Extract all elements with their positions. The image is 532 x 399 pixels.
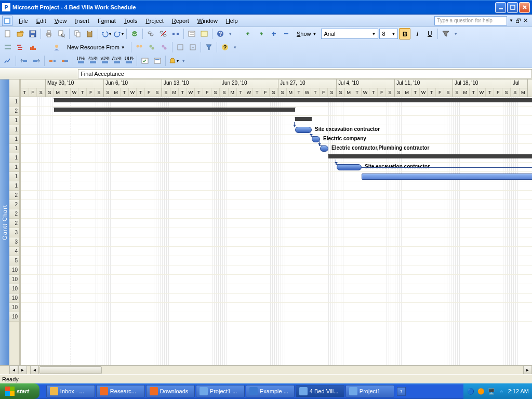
paste-button[interactable]	[84, 28, 96, 39]
gantt-row[interactable]	[21, 275, 532, 284]
scroll-left-button[interactable]: ◄	[30, 366, 39, 375]
scroll-left-button[interactable]: ◄	[9, 366, 18, 375]
show-dropdown[interactable]: Show▼	[293, 28, 320, 39]
reminder-button[interactable]: ▾	[168, 55, 179, 66]
outdent-button[interactable]	[243, 28, 255, 39]
copy-button[interactable]	[72, 28, 83, 39]
indent-button[interactable]	[256, 28, 267, 39]
undo-button[interactable]: ▾	[100, 28, 112, 39]
summary-bar[interactable]	[54, 98, 532, 102]
autofilter-button[interactable]	[203, 42, 215, 53]
row-header[interactable]: 1	[9, 135, 19, 144]
row-header[interactable]: 10	[9, 265, 19, 275]
row-header[interactable]: 10	[9, 312, 19, 322]
maximize-button[interactable]	[507, 2, 518, 13]
minimize-button[interactable]	[495, 2, 506, 13]
print-preview-button[interactable]	[56, 28, 67, 39]
resource-graph-button[interactable]	[27, 42, 38, 53]
font-selector[interactable]: Arial▼	[321, 29, 378, 39]
start-button[interactable]: start	[0, 383, 39, 399]
tracking-setup-button[interactable]	[2, 55, 14, 66]
menu-edit[interactable]: Edit	[32, 16, 50, 25]
view-bar[interactable]: Gantt Chart	[0, 79, 9, 365]
print-button[interactable]	[43, 28, 55, 39]
scrollbar-thumb[interactable]	[39, 366, 102, 374]
underline-button[interactable]: U	[424, 28, 435, 39]
gantt-row[interactable]	[21, 312, 532, 322]
menu-insert[interactable]: Insert	[71, 16, 94, 25]
gantt-row[interactable]	[21, 303, 532, 312]
row-header[interactable]: 1	[9, 125, 19, 135]
zoom-preset-button[interactable]: 25%	[87, 55, 99, 66]
gantt-row[interactable]	[21, 125, 532, 135]
gantt-row[interactable]	[21, 135, 532, 144]
collab-toolbar-button[interactable]	[152, 55, 163, 66]
gantt-row[interactable]	[21, 181, 532, 191]
row-header[interactable]: 2	[9, 200, 19, 209]
scrollbar-track[interactable]	[39, 366, 523, 374]
row-header[interactable]: 2	[9, 219, 19, 228]
gantt-view-button[interactable]	[15, 42, 26, 53]
add-progress-button[interactable]	[59, 55, 71, 66]
import-outlook-button[interactable]	[187, 42, 198, 53]
task-bar[interactable]	[362, 174, 532, 180]
task-notes-button[interactable]	[198, 28, 210, 39]
assign-resources-button[interactable]	[51, 42, 62, 53]
help-dropdown-icon[interactable]: ▼	[509, 18, 513, 23]
close-button[interactable]	[519, 2, 530, 13]
toolbar-overflow-icon[interactable]: ▾	[453, 31, 459, 36]
row-header[interactable]: 10	[9, 303, 19, 312]
gantt-row[interactable]	[21, 144, 532, 153]
address-book-button[interactable]	[175, 42, 186, 53]
summary-bar[interactable]	[54, 108, 295, 112]
unlink-tasks-button[interactable]	[157, 28, 169, 39]
update-tasks-button[interactable]	[139, 55, 151, 66]
row-header[interactable]: 4	[9, 247, 19, 256]
taskbar-item[interactable]: Example ...	[246, 385, 295, 397]
update-pool-button[interactable]	[146, 42, 157, 53]
row-header[interactable]: 2	[9, 191, 19, 200]
bluetooth-icon[interactable]: ⟐	[498, 387, 506, 395]
taskbar-item[interactable]: 4 Bed Vill...	[296, 385, 344, 397]
entry-field[interactable]: Final Acceptance	[78, 69, 532, 78]
gantt-row[interactable]	[21, 256, 532, 265]
menu-window[interactable]: Window	[193, 16, 222, 25]
row-header[interactable]: 2	[9, 107, 19, 116]
row-header[interactable]: 1	[9, 144, 19, 153]
redo-button[interactable]: ▾	[113, 28, 124, 39]
row-header[interactable]: 10	[9, 294, 19, 303]
gantt-row[interactable]	[21, 247, 532, 256]
task-bar[interactable]	[295, 127, 312, 133]
row-header[interactable]: 1	[9, 153, 19, 163]
row-header[interactable]: 1	[9, 97, 19, 107]
show-subtasks-button[interactable]	[268, 28, 280, 39]
zoom-preset-button[interactable]: 50%	[99, 55, 111, 66]
gantt-row[interactable]	[21, 219, 532, 228]
row-header[interactable]: 10	[9, 275, 19, 284]
gantt-row[interactable]	[21, 191, 532, 200]
taskbar-item[interactable]: Project1 ...	[196, 385, 245, 397]
mdi-restore-icon[interactable]: 🗗	[515, 18, 521, 24]
link-button[interactable]	[129, 28, 140, 39]
task-bar[interactable]	[337, 164, 362, 170]
row-header[interactable]: 1	[9, 172, 19, 181]
refresh-pool-button[interactable]	[158, 42, 170, 53]
row-header[interactable]: 5	[9, 256, 19, 265]
font-size-selector[interactable]: 8▼	[379, 29, 398, 39]
taskbar-item[interactable]: Downloads	[146, 385, 195, 397]
gantt-row[interactable]	[21, 294, 532, 303]
link-tasks-button[interactable]	[145, 28, 156, 39]
row-header[interactable]: 1	[9, 181, 19, 191]
menu-report[interactable]: Report	[168, 16, 193, 25]
row-header[interactable]: 3	[9, 237, 19, 247]
summary-bar[interactable]	[328, 154, 532, 158]
row-header[interactable]: 10	[9, 284, 19, 294]
row-header[interactable]: 3	[9, 228, 19, 237]
scroll-right-button[interactable]: ►	[523, 366, 532, 375]
bold-button[interactable]: B	[399, 28, 410, 39]
taskbar-item[interactable]: Researc...	[96, 385, 145, 397]
hide-subtasks-button[interactable]	[281, 28, 292, 39]
help-search-input[interactable]: Type a question for help	[434, 16, 507, 25]
task-bar[interactable]	[320, 145, 328, 152]
new-resource-from-dropdown[interactable]: New Resource From▼	[63, 42, 129, 53]
